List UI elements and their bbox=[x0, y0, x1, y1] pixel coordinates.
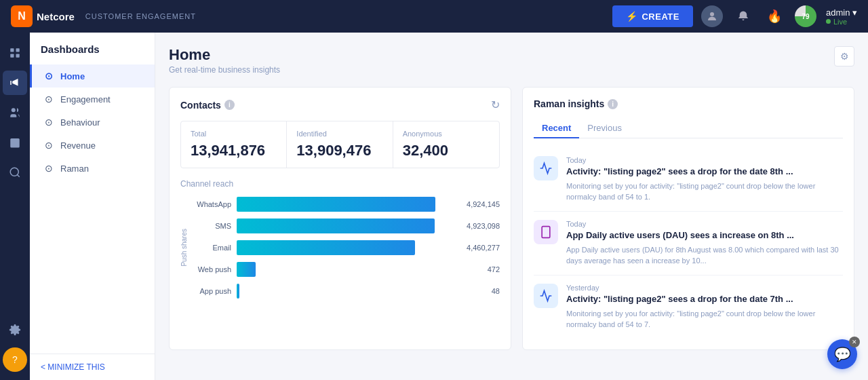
tab-recent[interactable]: Recent bbox=[534, 119, 579, 138]
tab-previous[interactable]: Previous bbox=[579, 119, 630, 138]
score-circle[interactable]: 79 bbox=[795, 5, 816, 27]
insight-item-1: Today App Daily active users (DAU) sees … bbox=[534, 212, 843, 276]
svg-line-11 bbox=[17, 174, 19, 176]
insights-info-icon[interactable]: i bbox=[608, 99, 618, 109]
nav-icons: 🔥 79 admin ▾ Live bbox=[701, 5, 857, 27]
engagement-icon: ⊙ bbox=[43, 94, 55, 104]
create-button[interactable]: ⚡ CREATE bbox=[612, 5, 693, 27]
channel-whatsapp: WhatsApp 4,924,145 bbox=[191, 197, 500, 212]
insights-title: Raman insights i bbox=[534, 98, 618, 109]
chat-close-icon[interactable]: ✕ bbox=[849, 337, 860, 347]
svg-rect-6 bbox=[10, 138, 20, 148]
raman-icon: ⊙ bbox=[43, 163, 55, 174]
svg-rect-12 bbox=[542, 227, 550, 238]
insights-tabs: Recent Previous bbox=[534, 119, 843, 138]
main-content: Home Get real-time business insights ⚙ C… bbox=[155, 33, 868, 380]
channel-webpush: Web push 472 bbox=[191, 262, 500, 277]
icon-bar-megaphone[interactable] bbox=[3, 71, 27, 95]
sidebar-item-raman[interactable]: ⊙ Raman bbox=[30, 157, 155, 180]
user-icon[interactable] bbox=[701, 5, 723, 27]
admin-menu[interactable]: admin ▾ Live bbox=[826, 7, 857, 26]
revenue-icon: ⊙ bbox=[43, 140, 55, 151]
sms-bar bbox=[237, 218, 435, 233]
chat-bubble[interactable]: 💬 ✕ bbox=[827, 339, 857, 369]
svg-point-10 bbox=[10, 168, 18, 176]
page-subtitle: Get real-time business insights bbox=[169, 65, 280, 75]
sidebar-item-engagement[interactable]: ⊙ Engagement bbox=[30, 88, 155, 111]
contacts-info-icon[interactable]: i bbox=[224, 100, 235, 110]
svg-point-0 bbox=[710, 12, 714, 16]
icon-bar-settings[interactable] bbox=[3, 318, 27, 342]
logo[interactable]: N Netcore bbox=[11, 5, 75, 27]
insights-header: Raman insights i bbox=[534, 98, 843, 109]
icon-bar-search[interactable] bbox=[3, 160, 27, 185]
behaviour-icon: ⊙ bbox=[43, 117, 55, 128]
insight-item-0: Today Activity: "listing page2" sees a d… bbox=[534, 148, 843, 212]
contacts-card: Contacts i ↻ Total 13,941,876 Identified… bbox=[169, 87, 511, 350]
whatsapp-bar bbox=[237, 197, 435, 212]
page-title: Home bbox=[169, 46, 280, 64]
svg-point-5 bbox=[12, 108, 16, 112]
channel-reach-title: Channel reach bbox=[180, 179, 500, 189]
raman-insights-card: Raman insights i Recent Previous Today A bbox=[522, 87, 854, 350]
contacts-stats: Total 13,941,876 Identified 13,909,476 A… bbox=[180, 121, 500, 168]
sidebar-item-home[interactable]: ⊙ Home bbox=[30, 64, 155, 88]
icon-bar-help[interactable]: ? bbox=[3, 347, 27, 372]
webpush-bar bbox=[237, 262, 256, 277]
live-dot bbox=[826, 19, 831, 24]
page-header: Home Get real-time business insights ⚙ bbox=[169, 46, 854, 75]
product-subtitle: CUSTOMER ENGAGEMENT bbox=[85, 12, 196, 20]
svg-rect-2 bbox=[16, 48, 20, 52]
minimize-sidebar[interactable]: < MINIMIZE THIS bbox=[30, 354, 155, 380]
live-status: Live bbox=[826, 18, 857, 26]
svg-rect-4 bbox=[16, 54, 20, 58]
brand-name: Netcore bbox=[37, 11, 75, 22]
sidebar-item-revenue[interactable]: ⊙ Revenue bbox=[30, 134, 155, 157]
icon-bar-grid[interactable] bbox=[3, 41, 27, 65]
content-grid: Contacts i ↻ Total 13,941,876 Identified… bbox=[169, 87, 854, 350]
stat-identified: Identified 13,909,476 bbox=[287, 121, 393, 168]
channel-chart: WhatsApp 4,924,145 SMS 4, bbox=[191, 197, 500, 299]
settings-button[interactable]: ⚙ bbox=[834, 46, 854, 66]
fire-icon[interactable]: 🔥 bbox=[764, 5, 785, 27]
stat-anonymous: Anonymous 32,400 bbox=[393, 121, 499, 168]
svg-rect-1 bbox=[10, 48, 14, 52]
sidebar-title: Dashboards bbox=[30, 43, 155, 64]
channel-email: Email 4,460,277 bbox=[191, 240, 500, 255]
icon-bar-users[interactable] bbox=[3, 100, 27, 125]
sidebar-item-behaviour[interactable]: ⊙ Behaviour bbox=[30, 111, 155, 134]
icon-bar-calendar[interactable] bbox=[3, 130, 27, 155]
svg-rect-3 bbox=[10, 54, 14, 58]
insight-content-2: Yesterday Activity: "listing page2" sees… bbox=[566, 284, 843, 330]
notification-icon[interactable] bbox=[732, 5, 754, 27]
contacts-card-header: Contacts i ↻ bbox=[180, 98, 500, 111]
stat-total: Total 13,941,876 bbox=[181, 121, 287, 168]
channel-apppush: App push 48 bbox=[191, 284, 500, 299]
contacts-title: Contacts i bbox=[180, 100, 235, 111]
insight-content-0: Today Activity: "listing page2" sees a d… bbox=[566, 156, 843, 203]
chat-icon: 💬 bbox=[834, 346, 851, 362]
apppush-bar bbox=[237, 284, 239, 299]
insight-content-1: Today App Daily active users (DAU) sees … bbox=[566, 220, 843, 267]
channel-sms: SMS 4,923,098 bbox=[191, 218, 500, 233]
refresh-icon[interactable]: ↻ bbox=[491, 98, 500, 111]
insight-icon-0 bbox=[534, 156, 558, 180]
sidebar: Dashboards ⊙ Home ⊙ Engagement ⊙ Behavio… bbox=[30, 33, 155, 380]
insight-icon-2 bbox=[534, 284, 558, 308]
lightning-icon: ⚡ bbox=[626, 11, 638, 22]
y-axis-label: Push shares bbox=[180, 229, 188, 267]
logo-icon: N bbox=[11, 5, 33, 27]
top-navigation: N Netcore CUSTOMER ENGAGEMENT ⚡ CREATE 🔥… bbox=[0, 0, 868, 33]
icon-bar: ? bbox=[0, 33, 30, 380]
home-icon: ⊙ bbox=[43, 71, 55, 81]
insight-icon-1 bbox=[534, 220, 558, 244]
email-bar bbox=[237, 240, 415, 255]
insight-item-2: Yesterday Activity: "listing page2" sees… bbox=[534, 276, 843, 339]
